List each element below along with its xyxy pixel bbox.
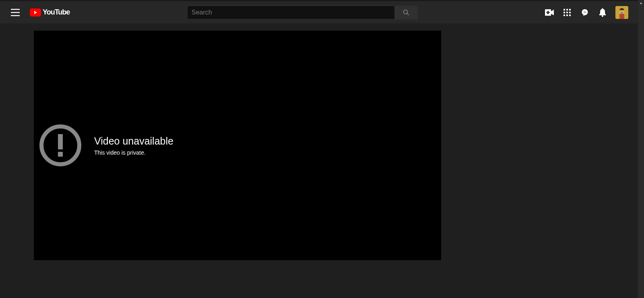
svg-rect-15 [564, 14, 565, 16]
youtube-wordmark: YouTube [43, 8, 70, 17]
svg-rect-17 [569, 14, 571, 16]
svg-rect-16 [566, 14, 568, 16]
header-actions [541, 1, 632, 23]
app-header: YouTube [0, 0, 638, 23]
apps-button[interactable] [558, 4, 576, 21]
youtube-play-icon [30, 8, 41, 17]
svg-point-3 [403, 10, 407, 14]
svg-rect-0 [11, 9, 20, 10]
video-player[interactable]: Video unavailable This video is private. [34, 31, 441, 260]
messages-button[interactable] [576, 4, 594, 21]
chat-bubble-icon [581, 8, 589, 17]
notifications-button[interactable] [594, 4, 611, 21]
svg-rect-8 [547, 12, 550, 13]
video-plus-icon [545, 9, 554, 16]
svg-rect-11 [569, 9, 571, 10]
player-error-subtitle: This video is private. [94, 149, 173, 156]
page-content: Video unavailable This video is private. [0, 23, 638, 298]
svg-rect-32 [624, 14, 626, 18]
search-form [187, 6, 418, 19]
error-exclamation-icon [39, 124, 81, 166]
hamburger-icon [11, 9, 20, 16]
svg-rect-13 [566, 12, 568, 13]
player-error: Video unavailable This video is private. [38, 124, 173, 166]
search-input[interactable] [187, 6, 394, 19]
svg-rect-14 [569, 12, 571, 13]
svg-rect-21 [602, 8, 603, 9]
youtube-logo[interactable]: YouTube [30, 8, 70, 17]
svg-rect-9 [564, 9, 565, 10]
apps-grid-icon [564, 9, 571, 16]
search-button[interactable] [394, 6, 418, 19]
search-icon [402, 9, 410, 16]
svg-line-4 [407, 13, 409, 15]
svg-point-22 [602, 15, 603, 17]
svg-rect-2 [11, 15, 20, 16]
svg-rect-12 [564, 12, 565, 13]
svg-point-28 [620, 12, 621, 12]
svg-rect-25 [619, 10, 625, 12]
avatar-image [615, 6, 628, 19]
account-avatar[interactable] [615, 6, 628, 19]
svg-point-29 [623, 12, 623, 12]
player-error-text: Video unavailable This video is private. [94, 135, 173, 156]
svg-rect-10 [566, 9, 568, 10]
svg-marker-6 [551, 10, 554, 15]
svg-rect-1 [11, 12, 20, 12]
create-button[interactable] [541, 4, 558, 21]
svg-point-18 [582, 9, 588, 15]
bell-icon [599, 8, 607, 17]
scrollbar-arrow-up-icon[interactable]: ▲ [638, 0, 644, 6]
guide-menu-button[interactable] [6, 4, 24, 21]
player-error-title: Video unavailable [94, 135, 173, 147]
svg-rect-31 [617, 14, 619, 18]
vertical-scrollbar[interactable]: ▲ [638, 0, 644, 298]
svg-rect-30 [619, 14, 624, 19]
